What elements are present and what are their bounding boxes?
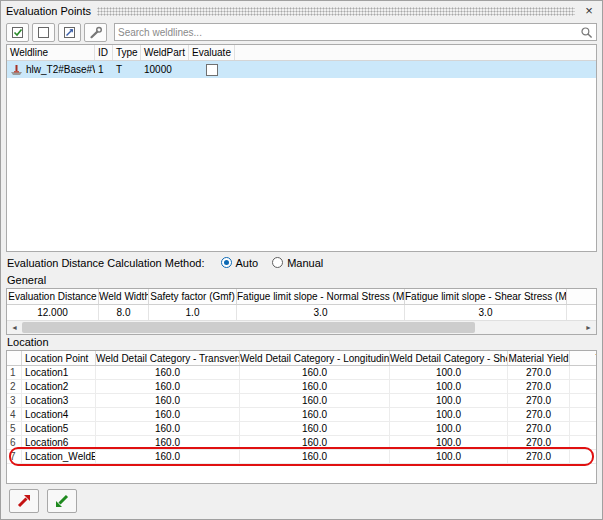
cell-fatigue-normal[interactable]: 3.0 <box>237 305 405 320</box>
method-row: Evaluation Distance Calculation Method: … <box>1 252 602 273</box>
cell-location-point[interactable]: Location5 <box>22 422 96 435</box>
radio-auto-label: Auto <box>236 257 259 269</box>
cell-longitudinal[interactable]: 160.0 <box>240 394 390 407</box>
cell-shear[interactable]: 100.0 <box>390 380 508 393</box>
weldline-id: 1 <box>95 62 113 78</box>
cell-safety-factor[interactable]: 1.0 <box>149 305 237 320</box>
cell-material-yield[interactable]: 270.0 <box>508 380 570 393</box>
column-header-evaluate[interactable]: Evaluate <box>189 45 235 60</box>
scroll-left-icon[interactable]: ◄ <box>7 321 22 334</box>
general-group-label: General <box>1 273 602 288</box>
cell-longitudinal[interactable]: 160.0 <box>240 450 390 463</box>
close-icon: × <box>585 3 593 18</box>
column-header-weldpart[interactable]: WeldPart <box>141 45 189 60</box>
cell-transverse[interactable]: 160.0 <box>96 436 240 449</box>
cell-longitudinal[interactable]: 160.0 <box>240 408 390 421</box>
column-header-material-yield: Material Yield <box>508 351 570 365</box>
cell-shear[interactable]: 100.0 <box>390 422 508 435</box>
scroll-thumb[interactable] <box>22 322 475 333</box>
column-header-type[interactable]: Type <box>113 45 141 60</box>
cell-location-point[interactable]: Location1 <box>22 366 96 379</box>
cell-shear[interactable]: 100.0 <box>390 394 508 407</box>
column-header-weld-width: Weld Width <box>99 289 149 304</box>
general-hscrollbar[interactable]: ◄ ► <box>7 320 596 334</box>
column-header-fatigue-shear: Fatigue limit slope - Shear Stress (Md) <box>405 289 567 304</box>
cell-fatigue-shear[interactable]: 3.0 <box>405 305 567 320</box>
column-header-evaluation-distance: Evaluation Distance <box>7 289 99 304</box>
cell-longitudinal[interactable]: 160.0 <box>240 380 390 393</box>
red-arrow-button[interactable] <box>9 489 39 513</box>
location-table-header: Location Point Weld Detail Category - Tr… <box>7 351 597 366</box>
column-header-weldline[interactable]: Weldline <box>7 45 95 60</box>
cell-evaluation-distance[interactable]: 12.000 <box>7 305 99 320</box>
invert-check-button[interactable] <box>58 23 81 42</box>
cell-material-yield[interactable]: 270.0 <box>508 450 570 463</box>
scroll-right-icon[interactable]: ► <box>581 321 596 334</box>
column-header-filler <box>235 45 596 60</box>
cell-location-point[interactable]: Location6 <box>22 436 96 449</box>
column-header-location-point: Location Point <box>22 351 96 365</box>
evaluate-checkbox[interactable] <box>206 64 218 76</box>
cell-thickness[interactable] <box>570 422 597 435</box>
cell-shear[interactable]: 100.0 <box>390 450 508 463</box>
weldline-row[interactable]: hlw_T2#Base#Web 1 T 10000 <box>7 61 596 78</box>
location-row[interactable]: 2 Location2 160.0 160.0 100.0 270.0 <box>7 380 597 394</box>
search-box <box>114 23 597 41</box>
drag-grip[interactable] <box>97 7 575 16</box>
uncheck-all-button[interactable] <box>32 23 55 42</box>
location-row[interactable]: 1 Location1 160.0 160.0 100.0 270.0 <box>7 366 597 380</box>
cell-cutoff-slope[interactable] <box>567 305 597 320</box>
location-row[interactable]: 4 Location4 160.0 160.0 100.0 270.0 <box>7 408 597 422</box>
radio-auto[interactable]: Auto <box>221 257 259 269</box>
cell-weld-width[interactable]: 8.0 <box>99 305 149 320</box>
cell-material-yield[interactable]: 270.0 <box>508 394 570 407</box>
cell-material-yield[interactable]: 270.0 <box>508 408 570 421</box>
cell-shear[interactable]: 100.0 <box>390 436 508 449</box>
cell-location-point[interactable]: Location2 <box>22 380 96 393</box>
cell-thickness[interactable] <box>570 450 597 463</box>
cell-transverse[interactable]: 160.0 <box>96 380 240 393</box>
cell-thickness[interactable] <box>570 394 597 407</box>
wrench-icon <box>89 26 103 39</box>
cell-thickness[interactable] <box>570 366 597 379</box>
cell-transverse[interactable]: 160.0 <box>96 422 240 435</box>
cell-shear[interactable]: 100.0 <box>390 366 508 379</box>
cell-longitudinal[interactable]: 160.0 <box>240 436 390 449</box>
column-header-id[interactable]: ID <box>95 45 113 60</box>
cell-transverse[interactable]: 160.0 <box>96 394 240 407</box>
cell-location-point[interactable]: Location_WeldEnd <box>22 450 96 463</box>
close-button[interactable]: × <box>581 3 597 19</box>
cell-material-yield[interactable]: 270.0 <box>508 366 570 379</box>
search-icon[interactable] <box>580 26 593 39</box>
cell-location-point[interactable]: Location3 <box>22 394 96 407</box>
cell-thickness[interactable] <box>570 436 597 449</box>
check-all-icon <box>11 26 25 39</box>
weldline-table-header: Weldline ID Type WeldPart Evaluate <box>7 45 596 61</box>
location-row-weldend[interactable]: 7 Location_WeldEnd 160.0 160.0 100.0 270… <box>7 450 597 464</box>
settings-button[interactable] <box>84 23 107 42</box>
row-number: 5 <box>7 422 22 435</box>
scroll-track[interactable] <box>22 321 581 334</box>
location-row[interactable]: 3 Location3 160.0 160.0 100.0 270.0 <box>7 394 597 408</box>
cell-transverse[interactable]: 160.0 <box>96 408 240 421</box>
cell-longitudinal[interactable]: 160.0 <box>240 422 390 435</box>
search-input[interactable] <box>118 27 580 38</box>
cell-thickness[interactable] <box>570 380 597 393</box>
row-number: 6 <box>7 436 22 449</box>
invert-check-icon <box>63 26 77 39</box>
cell-transverse[interactable]: 160.0 <box>96 450 240 463</box>
location-row[interactable]: 5 Location5 160.0 160.0 100.0 270.0 <box>7 422 597 436</box>
cell-material-yield[interactable]: 270.0 <box>508 422 570 435</box>
cell-longitudinal[interactable]: 160.0 <box>240 366 390 379</box>
cell-transverse[interactable]: 160.0 <box>96 366 240 379</box>
cell-thickness[interactable] <box>570 408 597 421</box>
location-row[interactable]: 6 Location6 160.0 160.0 100.0 270.0 <box>7 436 597 450</box>
cell-material-yield[interactable]: 270.0 <box>508 436 570 449</box>
weldline-table: Weldline ID Type WeldPart Evaluate hlw_T… <box>6 44 597 252</box>
radio-manual[interactable]: Manual <box>272 257 323 269</box>
check-all-button[interactable] <box>6 23 29 42</box>
cell-shear[interactable]: 100.0 <box>390 408 508 421</box>
location-table: Location Point Weld Detail Category - Tr… <box>6 350 597 484</box>
green-arrow-button[interactable] <box>47 489 77 513</box>
cell-location-point[interactable]: Location4 <box>22 408 96 421</box>
